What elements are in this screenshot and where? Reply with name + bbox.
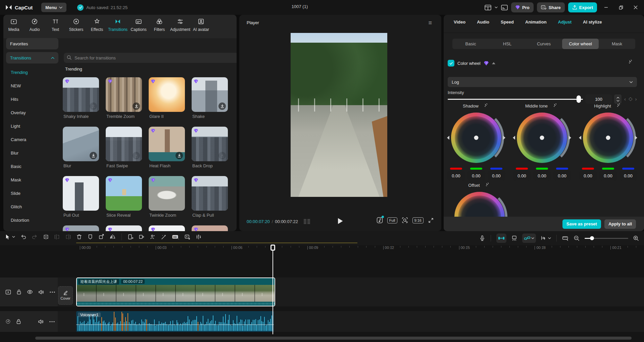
blue-value[interactable]: 0.00 (488, 171, 505, 180)
shadow-color-wheel[interactable] (451, 113, 501, 163)
tab-ai-stylize[interactable]: AI stylize (583, 19, 602, 25)
sidebar-item-distortion[interactable]: Distortion (6, 213, 58, 227)
mute-clip-button[interactable] (139, 234, 145, 240)
export-button[interactable]: Export (568, 2, 597, 12)
tab-effects[interactable]: Effects (87, 17, 107, 32)
transition-card[interactable]: Shaky Inhale (63, 77, 99, 127)
play-button[interactable] (337, 218, 343, 224)
intensity-slider[interactable] (448, 99, 583, 100)
transition-card[interactable]: Heat Flash (149, 127, 185, 176)
highlight-color-wheel[interactable] (583, 113, 633, 163)
transition-card[interactable] (192, 225, 228, 231)
transition-thumbnail[interactable] (106, 77, 142, 112)
transition-card[interactable]: Blur (63, 127, 99, 176)
download-icon[interactable] (90, 152, 97, 159)
enhance-button[interactable] (161, 234, 167, 240)
luminance-arc[interactable] (452, 189, 507, 217)
subtab-mask[interactable]: Mask (599, 39, 635, 49)
transition-thumbnail[interactable] (63, 176, 99, 211)
transition-thumbnail[interactable] (149, 127, 185, 161)
search-input[interactable] (64, 53, 237, 63)
layout-chevron-icon[interactable] (495, 6, 498, 8)
playhead-handle[interactable] (270, 245, 275, 251)
transition-card[interactable]: Twinkle Zoom (149, 176, 185, 225)
transition-card[interactable]: Clap & Pull (192, 176, 228, 225)
hue-left-arrow[interactable] (447, 136, 449, 140)
timeline-scale-button[interactable] (562, 235, 569, 241)
tab-audio-adj[interactable]: Audio (477, 19, 489, 25)
sidebar-item-hits[interactable]: Hits (6, 92, 58, 106)
color-wheel-checkbox[interactable] (448, 60, 454, 67)
full-button[interactable]: Full (387, 217, 397, 223)
tab-captions[interactable]: Captions (128, 17, 149, 32)
delete-left-button[interactable] (54, 234, 60, 240)
next-keyframe-icon[interactable]: › (635, 96, 637, 102)
link-toggle[interactable] (522, 233, 536, 243)
luminance-arc[interactable] (448, 110, 504, 166)
download-icon[interactable] (133, 152, 140, 159)
subtab-color-wheel[interactable]: Color wheel (562, 39, 599, 49)
restore-button[interactable] (615, 2, 627, 13)
transition-thumbnail[interactable] (192, 77, 228, 112)
transition-card[interactable] (63, 225, 99, 231)
save-as-preset-button[interactable]: Save as preset (562, 219, 601, 229)
transition-thumbnail[interactable] (63, 77, 99, 112)
luminance-arc[interactable] (514, 110, 570, 166)
record-voiceover-button[interactable] (479, 235, 485, 242)
speaker-icon[interactable] (38, 290, 44, 295)
red-value[interactable]: 0.00 (579, 171, 597, 180)
transition-thumbnail[interactable] (192, 176, 228, 211)
ratio-button[interactable]: 9:16 (412, 217, 424, 223)
hue-right-arrow[interactable] (635, 136, 637, 140)
transition-card[interactable]: Slice Reveal (106, 176, 142, 225)
reset-midtone-icon[interactable] (554, 103, 559, 109)
download-icon[interactable] (176, 152, 183, 159)
green-value[interactable]: 0.00 (533, 171, 551, 180)
reset-shadow-icon[interactable] (485, 103, 490, 109)
speaker-icon[interactable] (38, 319, 44, 324)
split-button[interactable] (43, 234, 49, 240)
blue-value[interactable]: 0.00 (553, 171, 571, 180)
mirror-button[interactable] (109, 234, 116, 240)
tiktok-export-button[interactable] (377, 217, 383, 223)
download-icon[interactable] (90, 102, 97, 110)
sidebar-item-mask[interactable]: Mask (6, 173, 58, 186)
reset-highlight-icon[interactable] (617, 103, 622, 109)
mark-button[interactable] (87, 234, 93, 240)
preview-zoom-button[interactable] (402, 217, 408, 223)
delete-right-button[interactable] (65, 234, 71, 240)
offset-color-wheel[interactable] (454, 192, 505, 217)
eye-icon[interactable] (27, 290, 33, 294)
panel-toggle-icon[interactable] (501, 5, 508, 10)
transition-thumbnail[interactable] (149, 176, 185, 211)
freeze-frame-button[interactable] (128, 234, 134, 240)
subtab-hsl[interactable]: HSL (489, 39, 526, 49)
tab-ai-avatar[interactable]: AI avatar (191, 17, 211, 32)
video-clip[interactable]: 迎着清晨的阳光去上课 00:00:07:22 (76, 277, 275, 306)
midtone-color-wheel[interactable] (517, 113, 567, 163)
lock-icon[interactable] (16, 319, 21, 325)
hue-right-arrow[interactable] (569, 136, 571, 140)
more-icon[interactable] (49, 321, 55, 323)
color-space-dropdown[interactable]: Log (448, 77, 637, 87)
sidebar-item-light[interactable]: Light (6, 119, 58, 133)
luminance-arc[interactable] (580, 110, 636, 166)
intensity-stepper[interactable] (614, 94, 622, 104)
voiceover-clip[interactable]: Voiceover1 (76, 311, 274, 332)
zoom-slider-handle[interactable] (590, 236, 594, 240)
more-icon[interactable] (49, 291, 55, 293)
tab-stickers[interactable]: Stickers (66, 17, 87, 32)
pro-button[interactable]: Pro (511, 2, 534, 12)
player-menu-icon[interactable]: ≡ (428, 19, 432, 27)
collapse-icon[interactable] (492, 62, 495, 65)
sidebar-item-basic[interactable]: Basic (6, 160, 58, 173)
transition-card[interactable] (106, 225, 142, 231)
sidebar-item-favorites[interactable]: Favorites (6, 38, 58, 49)
green-value[interactable]: 0.00 (599, 171, 617, 180)
apply-to-all-button[interactable]: Apply to all (604, 219, 636, 229)
redo-button[interactable] (32, 234, 38, 240)
transition-thumbnail[interactable] (106, 176, 142, 211)
playhead-line[interactable] (273, 245, 273, 334)
video-preview[interactable] (291, 33, 387, 197)
zoom-out-button[interactable] (574, 235, 580, 242)
